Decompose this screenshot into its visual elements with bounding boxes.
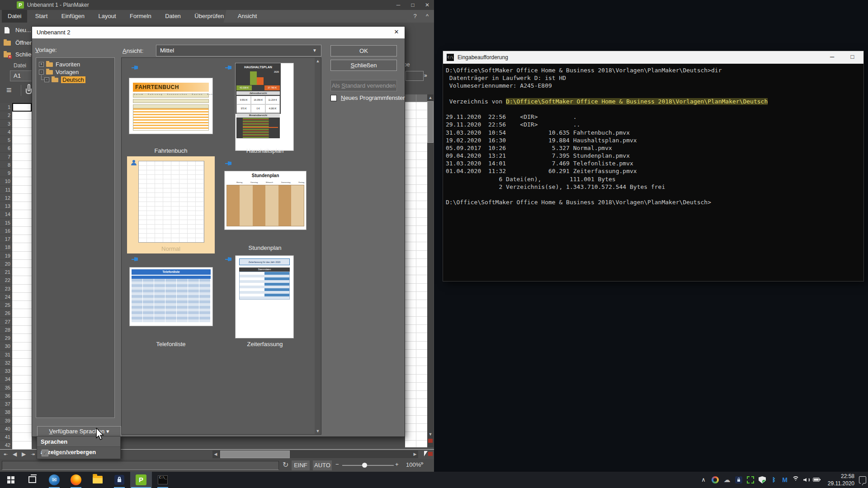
checkbox-icon[interactable] [330,95,337,101]
row-header[interactable]: 34 [0,375,12,383]
zoom-slider-handle[interactable] [362,463,367,468]
row-header[interactable]: 3 [0,120,12,128]
row-header[interactable]: 16 [0,227,12,235]
row-header[interactable]: 28 [0,326,12,334]
sheet-cells-left[interactable] [12,103,32,450]
zoom-level[interactable]: 100% [406,461,421,468]
row-header[interactable]: 38 [0,408,12,416]
collapse-icon[interactable]: - [44,77,49,82]
malwarebytes-icon[interactable]: M [781,476,788,483]
row-header[interactable]: 41 [0,433,12,441]
sheet-cells-right[interactable] [405,102,427,447]
vertical-scroll-thumb[interactable] [428,102,433,142]
row-header[interactable]: 9 [0,169,12,177]
row-header[interactable]: 17 [0,235,12,243]
task-view-button[interactable] [22,472,43,488]
row-header[interactable]: 33 [0,367,12,375]
template-thumbnail-telefonliste[interactable]: Telefonliste [130,267,212,326]
collapse-icon[interactable]: - [39,70,44,75]
menu-datei[interactable]: Datei [2,10,27,23]
template-label[interactable]: Fahrtenbuch [129,147,212,154]
row-header[interactable]: 14 [0,210,12,218]
row-header[interactable]: 8 [0,161,12,169]
insert-mode-indicator[interactable]: EINF [292,460,310,470]
template-list-scrollbar[interactable]: ▲ ▼ [315,58,321,434]
checked-checkbox-icon[interactable]: ✓ [42,450,48,456]
scroll-right-icon[interactable]: ▶ [412,450,418,458]
scroll-up-icon[interactable]: ▲ [315,58,321,64]
row-header[interactable]: 10 [0,177,12,185]
row-header[interactable]: 23 [0,285,12,293]
help-icon[interactable]: ? [410,13,420,19]
row-header[interactable]: 31 [0,351,12,359]
taskbar-explorer[interactable] [87,472,108,488]
ribbon-overflow-chevron[interactable]: » [424,72,427,79]
ok-button[interactable]: OK [330,45,397,56]
menu-ansicht[interactable]: Ansicht [232,10,263,23]
maximize-button[interactable]: □ [406,0,420,10]
pin-icon[interactable] [225,257,232,261]
available-languages-button[interactable]: Verfügbare Sprachen ▾ [37,426,121,436]
row-header[interactable]: 35 [0,384,12,392]
zoom-in-button[interactable]: + [395,461,399,468]
row-header[interactable]: 42 [0,441,12,449]
hamburger-menu-icon[interactable]: ≡ [6,85,12,95]
language-item-deutsch[interactable]: ✓ Deutsch [37,447,120,459]
minimize-button[interactable]: ─ [392,0,405,10]
row-header[interactable]: 22 [0,276,12,284]
pin-icon[interactable] [225,161,232,165]
row-header[interactable]: 5 [0,136,12,144]
row-header[interactable]: 30 [0,342,12,350]
zoom-slider-track[interactable] [342,465,394,466]
row-header[interactable]: 11 [0,186,12,194]
menu-ueberpruefen[interactable]: Überprüfen [189,10,230,23]
row-header[interactable]: 21 [0,268,12,276]
next-sheet-icon[interactable]: ▶ [22,451,26,457]
tab-split-handle[interactable] [428,452,433,456]
template-thumbnail-haushaltsplan[interactable]: HAUSHALTSPLAN 2020 43.008 € 37.780 € Jah… [236,63,293,150]
menu-einfuegen[interactable]: Einfügen [56,10,90,23]
close-dialog-button[interactable]: Schließen [330,60,397,71]
row-header[interactable]: 18 [0,243,12,251]
wifi-icon[interactable] [792,476,799,483]
row-header[interactable]: 7 [0,153,12,161]
row-header[interactable]: 4 [0,128,12,136]
vertical-scrollbar[interactable]: ▲ ▼ [427,94,434,447]
action-center-icon[interactable] [859,476,866,483]
menu-layout[interactable]: Layout [93,10,122,23]
row-header[interactable]: 26 [0,309,12,317]
menu-formeln[interactable]: Formeln [124,10,157,23]
volume-icon[interactable] [803,476,810,483]
template-label[interactable]: Telefonliste [129,341,212,347]
row-header[interactable]: 6 [0,144,12,152]
row-header[interactable]: 36 [0,392,12,400]
dialog-titlebar[interactable]: Unbenannt 2 ✕ [32,27,405,38]
last-sheet-icon[interactable]: ⯮ [31,451,35,457]
template-thumbnail-stundenplan[interactable]: Stundenplan Montag Dienstag Mittwoch Don… [225,171,306,230]
cmd-output[interactable]: D:\Office\SoftMaker Office Home & Busine… [446,66,860,206]
split-handle[interactable] [428,439,433,443]
tray-color-wheel-icon[interactable] [712,476,719,483]
menu-daten[interactable]: Daten [159,10,187,23]
taskbar-cmd[interactable]: C:\_ [152,472,174,488]
row-headers[interactable]: 1234567891011121314151617181920212223242… [0,103,12,450]
prev-sheet-icon[interactable]: ◀ [13,451,17,457]
set-default-button[interactable]: Als Standard verwenden [330,80,397,91]
dialog-close-icon[interactable]: ✕ [391,28,402,37]
scroll-down-icon[interactable]: ▼ [427,431,434,437]
row-header[interactable]: 20 [0,260,12,268]
bluetooth-icon[interactable]: ᛒ [770,476,778,483]
pin-icon[interactable] [132,66,138,70]
zoom-out-button[interactable]: − [335,461,339,468]
first-sheet-icon[interactable]: ⯬ [4,451,8,457]
start-button[interactable] [0,472,22,488]
taskbar-clock[interactable]: 22:58 29.11.2020 [823,473,854,487]
view-dropdown[interactable]: Mittel ▼ [156,45,321,56]
selected-cell-a1[interactable] [12,103,32,112]
pin-icon[interactable] [132,257,138,261]
green-app-tray-icon[interactable] [747,476,754,483]
row-header[interactable]: 15 [0,219,12,227]
close-button[interactable]: ✕ [420,0,434,10]
scroll-down-icon[interactable]: ▼ [315,428,321,434]
row-header[interactable]: 13 [0,202,12,210]
